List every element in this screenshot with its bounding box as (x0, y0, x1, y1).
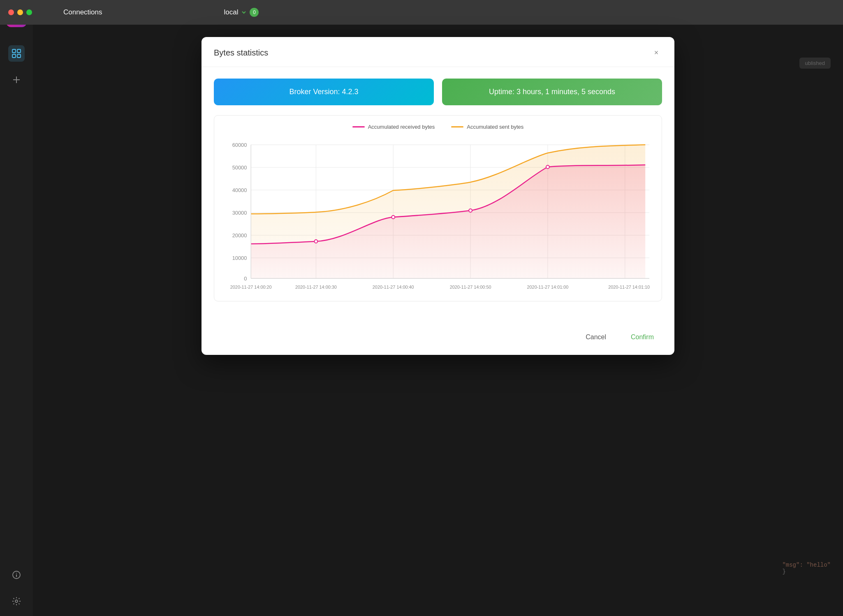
cancel-button[interactable]: Cancel (577, 329, 614, 345)
received-point-3 (469, 209, 472, 212)
page-title: Connections (63, 8, 102, 16)
dropdown-icon (241, 9, 247, 16)
main-content: ublished "msg": "hello" } Bytes statisti… (33, 25, 843, 616)
svg-rect-3 (17, 54, 21, 58)
svg-text:2020-11-27 14:00:50: 2020-11-27 14:00:50 (450, 285, 491, 289)
modal-title: Bytes statistics (214, 48, 268, 58)
broker-version-card: Broker Version: 4.2.3 (214, 79, 434, 105)
legend-pink-line (352, 126, 365, 127)
received-point-1 (314, 240, 317, 243)
received-point-4 (546, 165, 549, 169)
svg-text:2020-11-27 14:01:10: 2020-11-27 14:01:10 (608, 285, 650, 289)
modal-overlay: Bytes statistics × Broker Version: 4.2.3… (33, 25, 843, 616)
svg-point-8 (16, 573, 17, 574)
legend-received: Accumulated received bytes (352, 124, 435, 130)
bytes-statistics-modal: Bytes statistics × Broker Version: 4.2.3… (201, 37, 674, 355)
connection-selector[interactable]: local 0 (224, 8, 259, 17)
sidebar-item-settings[interactable] (8, 593, 25, 609)
sidebar (0, 0, 33, 616)
maximize-button[interactable] (26, 9, 32, 15)
confirm-button[interactable]: Confirm (623, 329, 662, 345)
svg-text:10000: 10000 (232, 255, 247, 261)
modal-footer: Cancel Confirm (201, 323, 674, 355)
svg-text:2020-11-27 14:00:20: 2020-11-27 14:00:20 (230, 285, 272, 289)
legend-sent: Accumulated sent bytes (451, 124, 523, 130)
info-cards: Broker Version: 4.2.3 Uptime: 3 hours, 1… (214, 79, 662, 105)
svg-text:20000: 20000 (232, 232, 247, 239)
sent-area (251, 145, 645, 278)
modal-header: Bytes statistics × (201, 37, 674, 67)
close-modal-button[interactable]: × (651, 47, 662, 58)
minimize-button[interactable] (17, 9, 23, 15)
chart-legend: Accumulated received bytes Accumulated s… (222, 124, 653, 130)
svg-text:0: 0 (244, 276, 247, 282)
svg-point-9 (15, 600, 18, 602)
connection-name: local (224, 8, 239, 16)
svg-text:50000: 50000 (232, 164, 247, 171)
close-button[interactable] (8, 9, 14, 15)
svg-text:60000: 60000 (232, 142, 247, 148)
modal-body: Broker Version: 4.2.3 Uptime: 3 hours, 1… (201, 67, 674, 323)
legend-yellow-line (451, 126, 463, 127)
sidebar-item-add[interactable] (8, 72, 25, 88)
svg-text:40000: 40000 (232, 187, 247, 193)
sidebar-item-info[interactable] (8, 567, 25, 583)
received-point-2 (391, 215, 395, 219)
uptime-card: Uptime: 3 hours, 1 minutes, 5 seconds (442, 79, 662, 105)
sidebar-item-connections[interactable] (8, 45, 25, 62)
svg-text:2020-11-27 14:00:30: 2020-11-27 14:00:30 (295, 285, 337, 289)
svg-text:2020-11-27 14:01:00: 2020-11-27 14:01:00 (527, 285, 569, 289)
svg-rect-2 (12, 54, 16, 58)
svg-text:30000: 30000 (232, 210, 247, 216)
chart-area: 60000 50000 40000 30000 20000 10000 0 20… (222, 137, 653, 293)
svg-text:2020-11-27 14:00:40: 2020-11-27 14:00:40 (373, 285, 414, 289)
title-bar: Connections local 0 (0, 0, 843, 25)
chart-svg: 60000 50000 40000 30000 20000 10000 0 20… (222, 137, 653, 293)
message-count-badge: 0 (250, 8, 259, 17)
chart-container: Accumulated received bytes Accumulated s… (214, 115, 662, 301)
traffic-lights (8, 9, 32, 15)
svg-rect-0 (12, 49, 16, 53)
svg-rect-1 (17, 49, 21, 53)
